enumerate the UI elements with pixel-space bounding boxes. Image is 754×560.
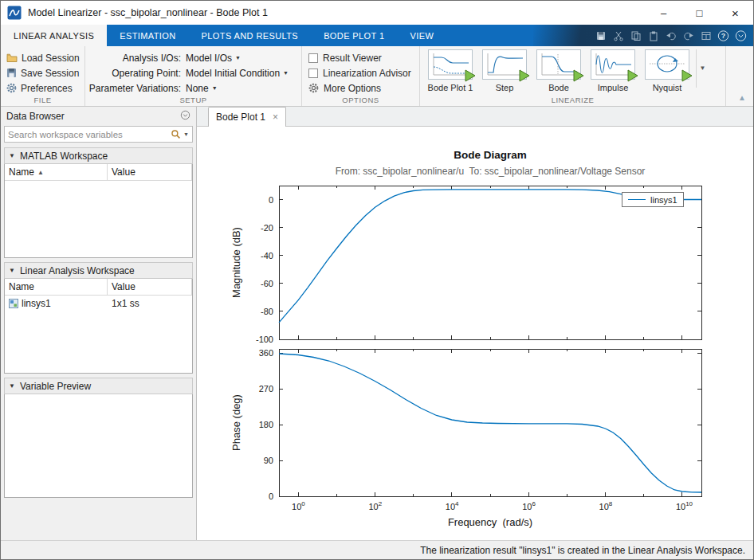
save-session-icon [6,68,17,78]
save-session-button[interactable]: Save Session [6,65,84,80]
paste-icon[interactable] [647,29,659,41]
analysis-ios-dropdown[interactable]: Model I/Os ▼ [186,53,241,64]
matlab-workspace-section-header[interactable]: ▼ MATLAB Workspace [4,147,193,164]
tab-linear-analysis[interactable]: LINEAR ANALYSIS [1,25,107,46]
operating-point-value: Model Initial Condition [186,68,280,79]
data-browser-panel: Data Browser ▼ ▼ MATLAB Workspace Name ▲ [1,107,197,540]
app-icon [7,6,22,20]
save-icon[interactable] [595,29,607,41]
preferences-button[interactable]: Preferences [6,80,84,96]
table-row-linsys1[interactable]: linsys1 1x1 ss [5,296,192,311]
column-header-name[interactable]: Name ▲ [5,164,108,180]
gallery-label-impulse: Impulse [598,83,629,92]
name-column-label: Name [9,166,34,178]
redo-icon[interactable] [682,29,694,41]
toolstrip-options-icon[interactable] [735,29,747,41]
gallery-item-impulse[interactable]: Impulse [586,49,640,96]
run-arrow-icon [681,69,693,82]
linearization-advisor-checkbox[interactable] [308,69,318,78]
tab-plots-and-results[interactable]: PLOTS AND RESULTS [189,25,312,46]
svg-text:-60: -60 [261,279,273,288]
tab-view[interactable]: VIEW [397,25,446,46]
toolstrip-tabbar: LINEAR ANALYSIS ESTIMATION PLOTS AND RES… [1,25,753,46]
x-axis-label: Frequency (rad/s) [279,516,701,528]
cut-icon[interactable] [612,29,624,41]
name-column-label: Name [9,281,34,292]
svg-text:0: 0 [269,491,273,501]
column-header-name[interactable]: Name [5,279,108,295]
svg-text:180: 180 [259,420,273,429]
ribbon-section-options: Result Viewer Linearization Advisor More… [302,46,420,106]
title-bar: Model Linearizer - ssc_bipolar_nonlinear… [1,1,753,25]
gallery-item-bode-plot-1[interactable]: Bode Plot 1 [423,49,477,96]
load-session-button[interactable]: Load Session [6,50,84,65]
window-title: Model Linearizer - ssc_bipolar_nonlinear… [28,7,268,18]
window-layout-icon[interactable] [700,29,712,41]
svg-text:Magnitude (dB): Magnitude (dB) [230,227,242,298]
svg-text:360: 360 [259,348,273,358]
help-icon[interactable]: ? [717,29,729,41]
linearize-section-label: LINEARIZE [420,96,725,104]
minimize-button[interactable]: – [646,1,681,25]
linear-analysis-workspace-section-header[interactable]: ▼ Linear Analysis Workspace [4,262,193,279]
operating-point-dropdown[interactable]: Model Initial Condition ▼ [186,68,289,79]
content-area: Data Browser ▼ ▼ MATLAB Workspace Name ▲ [1,107,753,540]
gallery-item-bode[interactable]: Bode [532,49,586,96]
undo-icon[interactable] [665,29,677,41]
svg-text:Phase (deg): Phase (deg) [230,394,242,451]
collapse-panel-icon[interactable] [180,110,190,123]
parameter-variations-dropdown[interactable]: None ▼ [186,83,218,94]
parameter-variations-value: None [186,83,209,94]
run-arrow-icon [627,69,639,82]
gallery-item-nyquist[interactable]: Nyquist [640,49,694,96]
ribbon-collapse-icon[interactable]: ▲ [738,94,746,102]
preferences-gear-icon [6,83,17,93]
chevron-down-icon: ▼ [700,65,706,72]
gallery-more-button[interactable]: ▼ [696,49,709,88]
close-button[interactable]: × [717,1,753,25]
document-tabbar: Bode Plot 1 × [197,107,753,127]
variable-preview-section-header[interactable]: ▼ Variable Preview [4,378,193,394]
phase-plot: 3602701809001001021041061081010Phase (de… [229,343,723,530]
run-arrow-icon [465,69,477,82]
ribbon-section-setup: Analysis I/Os: Model I/Os ▼ Operating Po… [85,46,302,106]
document-tab-bode-plot-1[interactable]: Bode Plot 1 × [208,107,286,127]
chevron-down-icon: ▼ [235,55,241,61]
gallery-item-step[interactable]: Step [477,49,532,96]
document-tab-label: Bode Plot 1 [216,112,265,123]
search-options-icon[interactable]: ▼ [183,131,189,137]
search-input[interactable] [8,130,171,139]
run-arrow-icon [519,69,531,82]
section-collapse-icon: ▼ [9,382,15,390]
section-collapse-icon: ▼ [9,267,15,274]
folder-open-icon [6,53,18,63]
copy-icon[interactable] [630,29,642,41]
result-viewer-checkbox[interactable] [308,53,318,63]
analysis-ios-label: Analysis I/Os: [85,53,186,64]
status-message: The linearization result "linsys1" is cr… [420,545,745,556]
variable-preview-title: Variable Preview [20,381,91,392]
more-options-button[interactable]: More Options [308,80,416,96]
maximize-button[interactable]: □ [681,1,717,25]
chevron-down-icon: ▼ [283,70,289,76]
ribbon-section-linearize: Bode Plot 1 Step [420,46,726,106]
svg-text:100: 100 [292,500,305,511]
ribbon: Load Session Save Session Preferences FI… [1,46,753,107]
more-options-gear-icon [308,83,319,93]
svg-text:-40: -40 [261,251,273,260]
legend[interactable]: linsys1 [622,192,684,207]
variable-preview-pane [4,394,193,498]
ribbon-section-file: Load Session Save Session Preferences FI… [1,46,85,106]
sort-ascending-icon: ▲ [37,169,44,176]
tab-bode-plot-1[interactable]: BODE PLOT 1 [311,25,397,46]
svg-text:-20: -20 [261,223,273,233]
column-header-value[interactable]: Value [108,164,192,180]
tab-estimation[interactable]: ESTIMATION [107,25,188,46]
column-header-value[interactable]: Value [108,279,192,295]
linear-analysis-workspace-title: Linear Analysis Workspace [20,265,135,276]
run-arrow-icon [573,69,585,82]
close-icon[interactable]: × [273,112,278,122]
linearize-gallery: Bode Plot 1 Step [423,49,694,96]
matlab-workspace-table: Name ▲ Value [4,164,193,258]
search-icon[interactable] [171,129,181,139]
